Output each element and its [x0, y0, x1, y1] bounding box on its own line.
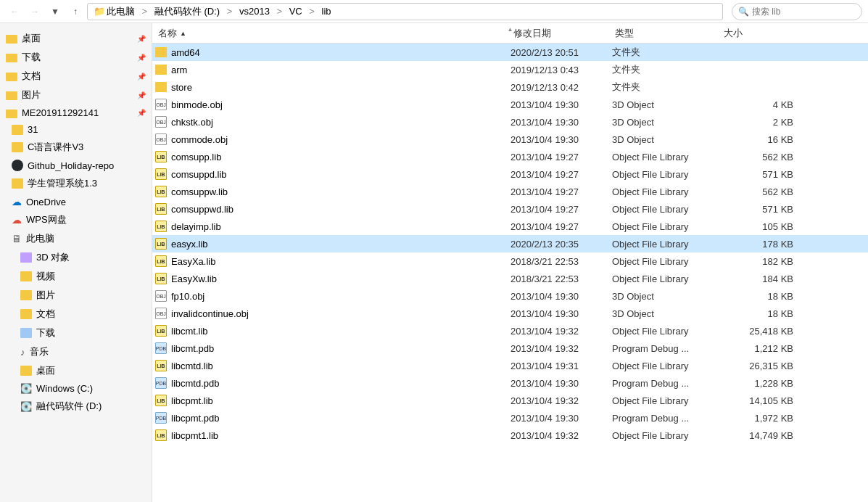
table-row[interactable]: OBJ fp10.obj 2013/10/4 19:30 3D Object 1… [152, 287, 868, 305]
sidebar-item-github[interactable]: Github_Holiday-repo [0, 157, 152, 174]
search-bar[interactable]: 🔍 [732, 3, 862, 20]
sidebar-item-docs2[interactable]: 文档 [0, 305, 152, 324]
table-row[interactable]: LIB libcpmt1.lib 2013/10/4 19:32 Object … [152, 427, 868, 444]
table-row[interactable]: LIB comsuppw.lib 2013/10/4 19:27 Object … [152, 183, 868, 200]
sidebar-item-docs[interactable]: 文档 📌 [0, 67, 152, 86]
search-input[interactable] [752, 7, 856, 17]
table-row[interactable]: LIB comsuppwd.lib 2013/10/4 19:27 Object… [152, 200, 868, 218]
addr-segment-2[interactable]: vs2013 [239, 6, 270, 17]
sidebar-item-downloads[interactable]: 下载 📌 [0, 48, 152, 67]
file-date: 2013/10/4 19:27 [511, 169, 612, 180]
file-size: 25,418 KB [721, 326, 793, 337]
file-date: 2013/10/4 19:30 [511, 117, 612, 128]
sidebar-item-student[interactable]: 学生管理系统1.3 [0, 174, 152, 193]
sidebar-item-video[interactable]: 视频 [0, 267, 152, 286]
sidebar-item-downloads2[interactable]: 下载 [0, 324, 152, 342]
drive-icon: 💽 [20, 401, 32, 412]
lib-icon: LIB [155, 325, 167, 337]
table-row[interactable]: LIB libcmt.lib 2013/10/4 19:32 Object Fi… [152, 322, 868, 340]
table-row[interactable]: amd64 2020/2/13 20:51 文件夹 [152, 44, 868, 61]
table-row[interactable]: OBJ commode.obj 2013/10/4 19:30 3D Objec… [152, 131, 868, 148]
addr-segment-0[interactable]: 📁 此电脑 [94, 5, 135, 18]
file-size: 571 KB [721, 204, 793, 215]
file-name: store [155, 82, 511, 93]
table-row[interactable]: LIB EasyXa.lib 2018/3/21 22:53 Object Fi… [152, 252, 868, 270]
sidebar-item-pics2[interactable]: 图片 [0, 286, 152, 305]
lib-icon: LIB [155, 429, 167, 441]
file-name: PDB libcpmt.pdb [155, 412, 511, 424]
table-row[interactable]: PDB libcmtd.pdb 2013/10/4 19:30 Program … [152, 374, 868, 392]
file-type: 文件夹 [612, 81, 721, 94]
sidebar-item-31[interactable]: 31 [0, 121, 152, 138]
addr-segment-3[interactable]: VC [289, 6, 302, 17]
sidebar-item-desktop[interactable]: 桌面 📌 [0, 29, 152, 48]
table-row[interactable]: OBJ chkstk.obj 2013/10/4 19:30 3D Object… [152, 113, 868, 131]
pin-icon: 📌 [137, 35, 146, 43]
table-row[interactable]: LIB libcmtd.lib 2013/10/4 19:31 Object F… [152, 357, 868, 374]
up-button[interactable]: ↑ [67, 3, 84, 20]
table-row[interactable]: arm 2019/12/13 0:43 文件夹 [152, 61, 868, 78]
pdb-icon: PDB [155, 377, 167, 389]
table-row[interactable]: PDB libcmt.pdb 2013/10/4 19:32 Program D… [152, 340, 868, 357]
file-type: 文件夹 [612, 46, 721, 59]
main-container: 桌面 📌 下载 📌 文档 📌 图片 📌 ME201911292141 📌 31 [0, 23, 868, 502]
file-size: 18 KB [721, 308, 793, 319]
file-size: 14,749 KB [721, 430, 793, 441]
table-row[interactable]: LIB libcpmt.lib 2013/10/4 19:32 Object F… [152, 392, 868, 409]
addr-segment-1[interactable]: 融代码软件 (D:) [154, 5, 220, 18]
table-row[interactable]: PDB libcpmt.pdb 2013/10/4 19:30 Program … [152, 409, 868, 427]
file-type: Object File Library [612, 204, 721, 215]
pin-icon: 📌 [137, 91, 146, 99]
sidebar-item-clang[interactable]: C语言课件V3 [0, 138, 152, 157]
file-date: 2019/12/13 0:43 [511, 65, 612, 75]
addr-segment-4[interactable]: lib [322, 6, 331, 17]
table-row[interactable]: OBJ invalidcontinue.obj 2013/10/4 19:30 … [152, 305, 868, 322]
file-name: OBJ binmode.obj [155, 99, 511, 110]
sidebar-item-computer[interactable]: 🖥 此电脑 [0, 229, 152, 248]
table-row[interactable]: LIB delayimp.lib 2013/10/4 19:27 Object … [152, 218, 868, 235]
table-row[interactable]: store 2019/12/13 0:42 文件夹 [152, 78, 868, 96]
file-size: 105 KB [721, 221, 793, 232]
sidebar-item-me[interactable]: ME201911292141 📌 [0, 104, 152, 121]
address-bar[interactable]: 📁 此电脑 > 融代码软件 (D:) > vs2013 > VC > lib [87, 3, 723, 20]
table-row[interactable]: LIB easyx.lib 2020/2/13 20:35 Object Fil… [152, 235, 868, 252]
scroll-up-indicator[interactable]: ▲ [152, 23, 868, 35]
sidebar-item-pics[interactable]: 图片 📌 [0, 86, 152, 104]
obj-icon: OBJ [155, 290, 167, 302]
sidebar-item-onedrive[interactable]: ☁ OneDrive [0, 193, 152, 210]
sidebar-item-desktop2[interactable]: 桌面 [0, 361, 152, 380]
table-row[interactable]: LIB EasyXw.lib 2018/3/21 22:53 Object Fi… [152, 270, 868, 287]
folder-icon [6, 90, 17, 100]
dropdown-button[interactable]: ▼ [46, 3, 64, 20]
pin-icon: 📌 [137, 54, 146, 62]
file-date: 2013/10/4 19:27 [511, 186, 612, 197]
sidebar-item-drive-c[interactable]: 💽 Windows (C:) [0, 380, 152, 397]
file-name: LIB libcmtd.lib [155, 360, 511, 371]
table-row[interactable]: LIB comsupp.lib 2013/10/4 19:27 Object F… [152, 148, 868, 165]
file-type: Program Debug ... [612, 413, 721, 424]
pin-icon: 📌 [137, 73, 146, 81]
file-size: 1,228 KB [721, 378, 793, 389]
folder-icon [12, 142, 23, 152]
file-name: LIB delayimp.lib [155, 221, 511, 232]
sidebar-item-wps[interactable]: ☁ WPS网盘 [0, 210, 152, 229]
file-size: 26,315 KB [721, 361, 793, 371]
file-type: 3D Object [612, 99, 721, 110]
folder-icon [155, 82, 167, 92]
file-type: Object File Library [612, 239, 721, 250]
music-icon: ♪ [20, 347, 25, 358]
sidebar-item-3d[interactable]: 3D 对象 [0, 248, 152, 267]
table-row[interactable]: OBJ binmode.obj 2013/10/4 19:30 3D Objec… [152, 96, 868, 113]
file-list: amd64 2020/2/13 20:51 文件夹 arm 2019/12/13… [152, 44, 868, 502]
file-size: 1,972 KB [721, 413, 793, 424]
back-button[interactable]: ← [6, 3, 23, 20]
up-arrow-icon: ▲ [508, 26, 513, 33]
drive-icon: 💽 [20, 383, 32, 394]
file-name: LIB easyx.lib [155, 238, 511, 250]
sidebar-item-drive-d[interactable]: 💽 融代码软件 (D:) [0, 397, 152, 416]
forward-button[interactable]: → [26, 3, 44, 20]
file-date: 2020/2/13 20:35 [511, 239, 612, 250]
table-row[interactable]: LIB comsuppd.lib 2013/10/4 19:27 Object … [152, 165, 868, 183]
lib-icon: LIB [155, 273, 167, 284]
sidebar-item-music[interactable]: ♪ 音乐 [0, 342, 152, 361]
